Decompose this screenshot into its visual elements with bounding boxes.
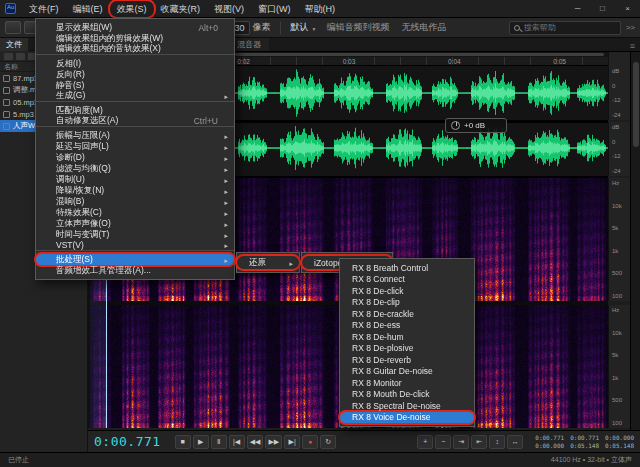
menu-item[interactable]: 生成(G) (36, 91, 234, 102)
menu-item[interactable]: 立体声声像(O) (36, 218, 234, 229)
toolbar-overflow-icon[interactable]: >> (626, 23, 635, 32)
loop-button[interactable]: ↻ (320, 435, 336, 449)
menu-item[interactable]: 音频增效工具管理器(A)... (36, 265, 234, 276)
zoom-full-button[interactable]: ↔ (507, 435, 523, 449)
workspace-selector[interactable]: 默认 (291, 21, 317, 34)
menu-item[interactable]: 延迟与回声(L) (36, 141, 234, 152)
scale-spacer (608, 52, 630, 66)
menu-item-label: RX 8 De-plosive (352, 343, 458, 353)
transport-buttons: ■▶Ⅱ|◀◀◀▶▶▶|●↻ (175, 435, 337, 449)
sv-duration: 0:05.148 (605, 442, 634, 449)
play-button[interactable]: ▶ (193, 435, 209, 449)
tab-mixer[interactable]: 混音器 (229, 38, 269, 51)
menubar-item[interactable]: 窗口(W) (251, 1, 298, 17)
stop-button[interactable]: ■ (175, 435, 191, 449)
zoom-out-time-button[interactable]: ⇤ (471, 435, 487, 449)
minimize-button[interactable]: ─ (565, 0, 590, 17)
menu-item[interactable]: 特殊效果(C) (36, 207, 234, 218)
menu-item[interactable]: 反相(I) (36, 58, 234, 69)
menu-item[interactable]: 时间与变调(T) (36, 229, 234, 240)
db-scale-ch1: dB0-12-24 (608, 66, 630, 120)
menu-item[interactable]: RX 8 De-hum (340, 331, 474, 343)
menu-item[interactable]: RX 8 De-crackle (340, 308, 474, 320)
menu-item[interactable]: 还原 (237, 256, 299, 269)
menu-item[interactable]: RX 8 Spectral De-noise (340, 400, 474, 412)
pause-button[interactable]: Ⅱ (211, 435, 227, 449)
db-tick: -24 (612, 168, 621, 174)
menu-item[interactable]: RX 8 Mouth De-click (340, 389, 474, 401)
workspace-links: 编辑音频到视频无线电作品 (320, 21, 452, 34)
skip-to-end-button[interactable]: ▶| (284, 435, 300, 449)
tab-files[interactable]: 文件 (0, 38, 28, 51)
menubar-item[interactable]: 帮助(H) (298, 1, 343, 17)
freq-tick: 1k (612, 375, 618, 381)
menu-item[interactable]: RX 8 Monitor (340, 377, 474, 389)
menu-item[interactable]: 编辑效果组内的音轨效果(X) (36, 44, 234, 55)
submenu-arrow-icon (218, 255, 228, 265)
menu-item[interactable]: 显示效果组(W) Alt+0 (36, 22, 234, 33)
menu-item[interactable]: 调制(U) (36, 174, 234, 185)
gain-hud[interactable]: +0 dB (445, 118, 507, 133)
workspace-link[interactable]: 无线电作品 (401, 21, 446, 34)
menu-item-label: RX 8 Guitar De-noise (352, 366, 458, 376)
menubar-item[interactable]: 效果(S) (110, 1, 154, 17)
zoom-amplitude-button[interactable]: ↕ (489, 435, 505, 449)
menu-item-label: RX 8 Spectral De-noise (352, 401, 458, 411)
gain-knob-icon[interactable] (451, 121, 460, 130)
menu-item[interactable]: RX 8 De-plosive (340, 343, 474, 355)
audio-file-icon (3, 99, 10, 106)
menu-item[interactable]: 降噪/恢复(N) (36, 185, 234, 196)
maximize-button[interactable]: □ (590, 0, 615, 17)
menu-item[interactable]: 批处理(S) (36, 254, 234, 265)
waveform-view-icon[interactable] (5, 21, 21, 34)
submenu-arrow-icon (218, 219, 228, 229)
search-input[interactable] (524, 23, 608, 32)
menubar-item[interactable]: 收藏夹(R) (154, 1, 208, 17)
menu-item[interactable]: RX 8 Connect (340, 274, 474, 286)
menu-item-label: 生成(G) (56, 90, 204, 102)
menu-item[interactable]: RX 8 Guitar De-noise (340, 366, 474, 378)
menu-item[interactable]: RX 8 De-ess (340, 320, 474, 332)
menubar-item[interactable]: 视图(V) (207, 1, 251, 17)
menu-item[interactable]: 混响(B) (36, 196, 234, 207)
file-format-info: 44100 Hz • 32-bit • 立体声 (551, 455, 632, 465)
app-icon (5, 3, 16, 14)
menu-item[interactable]: 自动修复选区(A) Ctrl+U (36, 116, 234, 127)
import-file-icon[interactable] (4, 53, 13, 60)
skip-to-start-button[interactable]: |◀ (229, 435, 245, 449)
freq-tick: Hz (612, 307, 619, 313)
db-tick: 0 (612, 83, 615, 89)
panel-menu-icon[interactable]: ≡ (625, 41, 640, 51)
freq-scale-ch2: Hz10k5k1k500100 (608, 305, 630, 428)
menu-item[interactable]: 振幅与压限(A) (36, 130, 234, 141)
fast-forward-button[interactable]: ▶▶ (265, 435, 282, 449)
zoom-in-time-button[interactable]: ⇥ (453, 435, 469, 449)
menu-item[interactable]: VST(V) (36, 240, 234, 251)
submenu-arrow-icon (218, 142, 228, 152)
menu-item-label: VST(V) (56, 240, 204, 250)
help-search[interactable] (509, 21, 621, 35)
workspace-link[interactable]: 编辑音频到视频 (326, 21, 389, 34)
vertical-scrollbar-thumb[interactable] (633, 62, 639, 147)
menu-item[interactable]: 滤波与均衡(Q) (36, 163, 234, 174)
menu-item[interactable]: RX 8 De-reverb (340, 354, 474, 366)
close-button[interactable]: × (615, 0, 640, 17)
menu-item[interactable]: RX 8 De-clip (340, 297, 474, 309)
menu-item[interactable]: 诊断(D) (36, 152, 234, 163)
menu-item[interactable]: RX 8 Breath Control (340, 262, 474, 274)
menu-item-label: 音频增效工具管理器(A)... (56, 265, 204, 277)
menu-item[interactable]: RX 8 Voice De-noise (340, 412, 474, 424)
sv-start: 0:00.771 (535, 434, 564, 441)
new-file-icon[interactable] (16, 53, 25, 60)
record-button[interactable]: ● (302, 435, 318, 449)
menu-item[interactable]: 反向(R) (36, 69, 234, 80)
menubar-item[interactable]: 编辑(E) (66, 1, 110, 17)
zoom-out-button[interactable]: − (435, 435, 451, 449)
menubar-item[interactable]: 文件(F) (22, 1, 66, 17)
zoom-in-button[interactable]: + (417, 435, 433, 449)
vertical-scrollbar[interactable] (630, 52, 640, 430)
selection-view-row: 0:00.000 0:05.148 0:05.148 (535, 442, 634, 449)
menu-item[interactable]: RX 8 De-click (340, 285, 474, 297)
rewind-button[interactable]: ◀◀ (247, 435, 264, 449)
file-name: 5.mp3 (13, 110, 34, 119)
